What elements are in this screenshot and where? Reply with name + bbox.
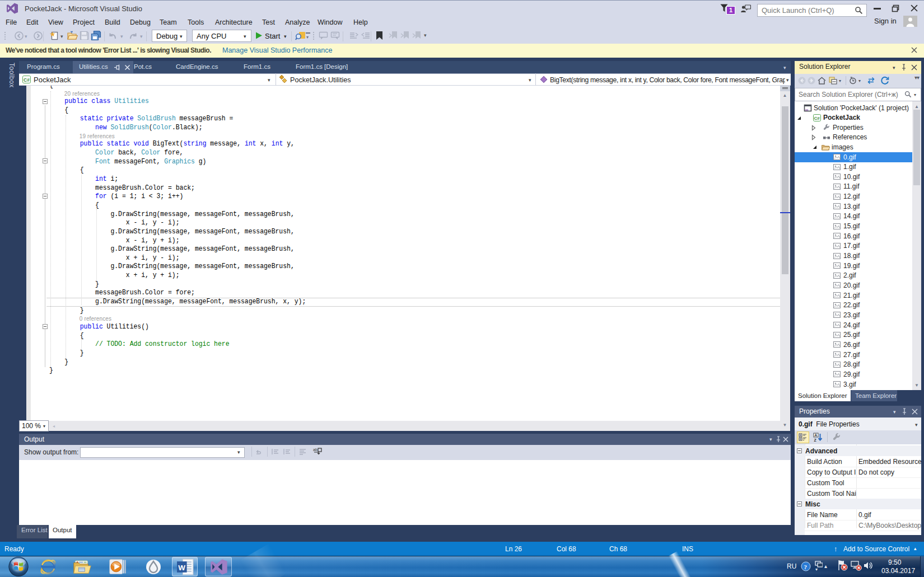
svg-text:W: W (178, 564, 185, 572)
svg-text:C#: C# (24, 77, 30, 83)
svg-text:ab: ab (313, 448, 318, 452)
svg-text:∞: ∞ (805, 107, 809, 112)
svg-text:Z: Z (814, 438, 817, 442)
svg-text:?: ? (804, 564, 808, 570)
svg-text:A: A (815, 433, 818, 437)
